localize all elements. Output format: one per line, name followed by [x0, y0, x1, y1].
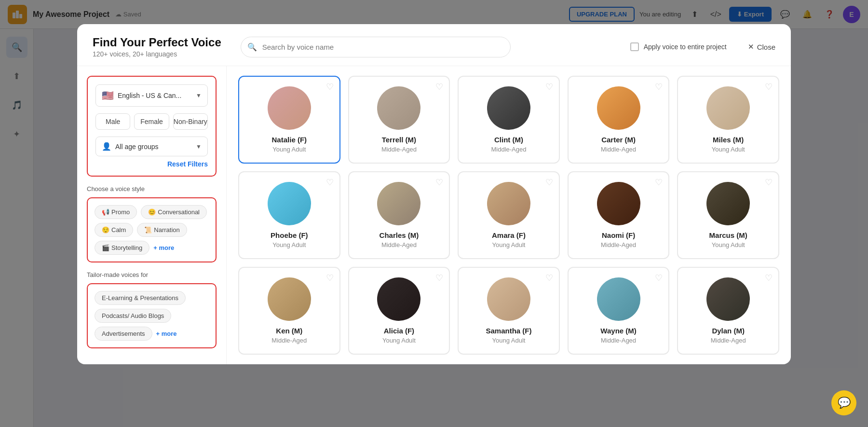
voice-card-charles[interactable]: ♡ Charles (M) Middle-Aged	[348, 171, 450, 259]
voice-age-phoebe: Young Adult	[272, 241, 306, 248]
voice-search-input[interactable]	[241, 37, 511, 57]
tailor-box: E-Learning & Presentations Podcasts/ Aud…	[87, 283, 217, 348]
gender-female-button[interactable]: Female	[134, 113, 169, 130]
apply-voice-checkbox[interactable]	[630, 42, 639, 51]
voice-age-alicia: Young Adult	[382, 337, 416, 344]
gender-filter-group: Male Female Non-Binary	[95, 113, 208, 130]
language-filter-box: 🇺🇸 English - US & Can... ▼ Male Female N…	[87, 76, 217, 177]
voice-age-naomi: Middle-Aged	[601, 241, 636, 248]
heart-btn-miles[interactable]: ♡	[765, 83, 773, 91]
voice-avatar-phoebe	[268, 182, 311, 225]
modal-body: 🇺🇸 English - US & Can... ▼ Male Female N…	[77, 66, 791, 364]
voice-modal: Find Your Perfect Voice 120+ voices, 20+…	[77, 24, 791, 364]
voice-avatar-alicia	[377, 277, 420, 321]
chat-widget[interactable]: 💬	[831, 390, 856, 415]
voice-avatar-marcus	[706, 182, 750, 225]
conversational-emoji: 😊	[148, 208, 156, 216]
gender-nonbinary-button[interactable]: Non-Binary	[173, 113, 208, 130]
voice-name-carter: Carter (M)	[601, 136, 636, 144]
narration-emoji: 📜	[144, 226, 152, 234]
heart-btn-samantha[interactable]: ♡	[545, 274, 553, 282]
heart-btn-natalie[interactable]: ♡	[326, 83, 334, 91]
style-tag-narration[interactable]: 📜 Narration	[137, 223, 187, 237]
voice-card-dylan[interactable]: ♡ Dylan (M) Middle-Aged	[677, 267, 779, 355]
style-tag-storytelling[interactable]: 🎬 Storytelling	[95, 241, 149, 255]
voice-avatar-ken	[268, 277, 311, 321]
voice-card-phoebe[interactable]: ♡ Phoebe (F) Young Adult	[238, 171, 340, 259]
language-select[interactable]: 🇺🇸 English - US & Can... ▼	[95, 84, 208, 107]
voice-age-samantha: Young Adult	[492, 337, 526, 344]
heart-btn-carter[interactable]: ♡	[655, 83, 663, 91]
heart-btn-amara[interactable]: ♡	[545, 178, 553, 187]
heart-btn-charles[interactable]: ♡	[435, 178, 443, 187]
voice-style-box: 📢 Promo 😊 Conversational 😌 Calm 📜	[87, 197, 217, 262]
heart-btn-terrell[interactable]: ♡	[435, 83, 443, 91]
voice-name-marcus: Marcus (M)	[709, 231, 747, 239]
heart-btn-marcus[interactable]: ♡	[765, 178, 773, 187]
age-chevron-icon: ▼	[196, 143, 202, 150]
voice-card-ken[interactable]: ♡ Ken (M) Middle-Aged	[238, 267, 340, 355]
voice-name-miles: Miles (M)	[713, 136, 744, 144]
voice-card-alicia[interactable]: ♡ Alicia (F) Young Adult	[348, 267, 450, 355]
voice-card-samantha[interactable]: ♡ Samantha (F) Young Adult	[458, 267, 560, 355]
voice-card-clint[interactable]: ♡ Clint (M) Middle-Aged	[458, 76, 560, 164]
search-bar-container: 🔍	[241, 37, 511, 57]
voice-age-amara: Young Adult	[492, 241, 526, 248]
tailor-tag-ads[interactable]: Advertisements	[95, 327, 152, 341]
heart-btn-wayne[interactable]: ♡	[655, 274, 663, 282]
flag-icon: 🇺🇸	[102, 90, 114, 101]
age-text: All age groups	[115, 143, 192, 151]
language-chevron-icon: ▼	[196, 92, 202, 99]
voice-card-carter[interactable]: ♡ Carter (M) Middle-Aged	[568, 76, 670, 164]
voice-card-naomi[interactable]: ♡ Naomi (F) Middle-Aged	[568, 171, 670, 259]
voice-age-miles: Young Adult	[712, 146, 745, 153]
gender-male-button[interactable]: Male	[95, 113, 130, 130]
voice-card-miles[interactable]: ♡ Miles (M) Young Adult	[677, 76, 779, 164]
voice-grid: ♡ Natalie (F) Young Adult ♡ Terrell (M) …	[238, 76, 779, 355]
search-icon: 🔍	[247, 42, 257, 52]
heart-btn-alicia[interactable]: ♡	[435, 274, 443, 282]
close-button[interactable]: ✕ Close	[748, 42, 775, 51]
heart-btn-dylan[interactable]: ♡	[765, 274, 773, 282]
age-group-select[interactable]: 👤 All age groups ▼	[95, 137, 208, 156]
voice-card-terrell[interactable]: ♡ Terrell (M) Middle-Aged	[348, 76, 450, 164]
voice-name-dylan: Dylan (M)	[712, 327, 745, 335]
heart-btn-naomi[interactable]: ♡	[655, 178, 663, 187]
modal-title: Find Your Perfect Voice	[93, 36, 221, 49]
voice-avatar-wayne	[597, 277, 640, 321]
reset-filters-link[interactable]: Reset Filters	[95, 160, 208, 168]
voice-name-alicia: Alicia (F)	[384, 327, 414, 335]
style-tag-calm[interactable]: 😌 Calm	[95, 223, 133, 237]
close-x-icon: ✕	[748, 42, 754, 51]
voice-style-section-label: Choose a voice style	[87, 185, 217, 193]
voice-avatar-dylan	[706, 277, 750, 321]
voice-card-amara[interactable]: ♡ Amara (F) Young Adult	[458, 171, 560, 259]
voice-age-ken: Middle-Aged	[271, 337, 307, 344]
heart-btn-phoebe[interactable]: ♡	[326, 178, 334, 187]
voice-card-wayne[interactable]: ♡ Wayne (M) Middle-Aged	[568, 267, 670, 355]
chat-widget-icon: 💬	[838, 397, 851, 409]
filter-sidebar: 🇺🇸 English - US & Can... ▼ Male Female N…	[77, 66, 227, 364]
heart-btn-clint[interactable]: ♡	[545, 83, 553, 91]
heart-btn-ken[interactable]: ♡	[326, 274, 334, 282]
voice-name-samantha: Samantha (F)	[486, 327, 531, 335]
voice-card-natalie[interactable]: ♡ Natalie (F) Young Adult	[238, 76, 340, 164]
storytelling-emoji: 🎬	[102, 244, 109, 251]
promo-emoji: 📢	[102, 208, 109, 216]
tailor-section-label: Tailor-made voices for	[87, 271, 217, 278]
tailor-more-link[interactable]: + more	[156, 327, 177, 341]
voice-name-wayne: Wayne (M)	[600, 327, 636, 335]
tailor-tag-podcasts[interactable]: Podcasts/ Audio Blogs	[95, 309, 171, 323]
voice-avatar-naomi	[597, 182, 640, 225]
style-more-link[interactable]: + more	[153, 241, 174, 255]
tailor-tag-elearning[interactable]: E-Learning & Presentations	[95, 291, 186, 305]
voice-card-marcus[interactable]: ♡ Marcus (M) Young Adult	[677, 171, 779, 259]
voice-avatar-terrell	[377, 86, 420, 130]
voice-name-clint: Clint (M)	[494, 136, 523, 144]
style-tag-conversational[interactable]: 😊 Conversational	[141, 205, 207, 219]
voice-name-terrell: Terrell (M)	[382, 136, 416, 144]
voice-age-clint: Middle-Aged	[491, 146, 526, 153]
apply-voice-wrap: Apply voice to entire project	[630, 42, 727, 51]
style-tag-promo[interactable]: 📢 Promo	[95, 205, 137, 219]
modal-overlay: Find Your Perfect Voice 120+ voices, 20+…	[0, 0, 868, 427]
